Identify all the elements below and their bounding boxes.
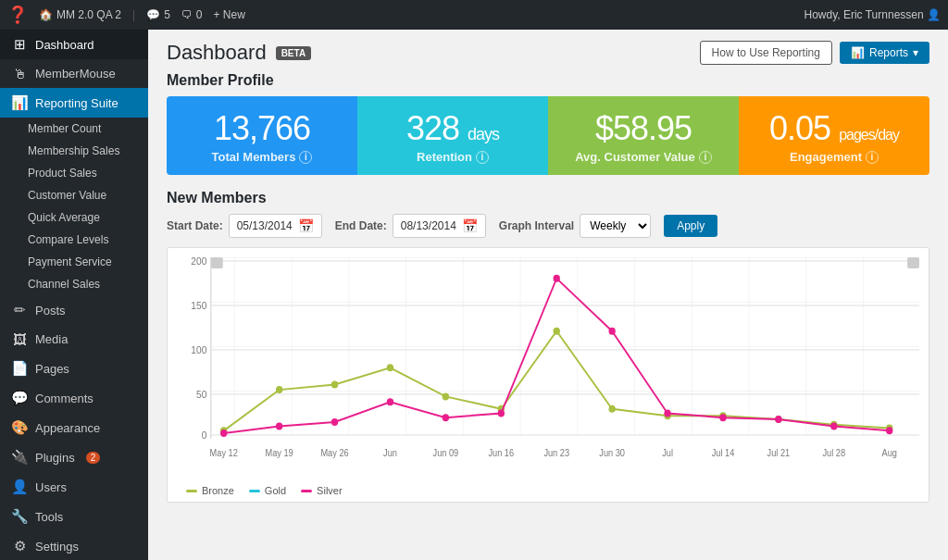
bronze-dot bbox=[387, 364, 393, 371]
sidebar-item-product-sales[interactable]: Product Sales bbox=[28, 162, 148, 184]
svg-text:0: 0 bbox=[202, 429, 207, 441]
reporting-submenu: Member Count Membership Sales Product Sa… bbox=[0, 118, 148, 295]
total-members-value: 13,766 bbox=[181, 109, 343, 148]
settings-icon: ⚙ bbox=[11, 538, 28, 554]
sidebar-item-quick-average[interactable]: Quick Average bbox=[28, 206, 148, 229]
sidebar-item-users[interactable]: 👤 Users bbox=[0, 472, 148, 502]
wp-logo-icon[interactable]: ❓ bbox=[7, 5, 28, 25]
sidebar-item-plugins[interactable]: 🔌 Plugins 2 bbox=[0, 442, 148, 472]
sidebar-item-customer-value[interactable]: Customer Value bbox=[28, 184, 148, 206]
end-date-calendar-icon[interactable]: 📅 bbox=[462, 218, 478, 233]
svg-text:Jun 23: Jun 23 bbox=[543, 448, 569, 458]
bronze-dot bbox=[331, 381, 338, 389]
start-date-input[interactable]: 05/13/2014 📅 bbox=[229, 214, 322, 238]
header-buttons: How to Use Reporting 📊 Reports ▾ bbox=[700, 41, 929, 65]
sidebar-item-tools[interactable]: 🔧 Tools bbox=[0, 502, 148, 531]
sidebar-item-pages[interactable]: 📄 Pages bbox=[0, 354, 148, 383]
graph-interval-label: Graph Interval bbox=[499, 219, 574, 232]
sidebar-item-membership-sales[interactable]: Membership Sales bbox=[28, 140, 148, 162]
apply-button[interactable]: Apply bbox=[664, 215, 717, 237]
silver-dot bbox=[554, 275, 560, 282]
svg-text:May 26: May 26 bbox=[320, 448, 348, 458]
site-name[interactable]: 🏠 MM 2.0 QA 2 bbox=[39, 8, 121, 21]
avg-customer-value-value: $58.95 bbox=[563, 109, 724, 148]
graph-interval-group: Graph Interval Weekly Daily Monthly bbox=[499, 214, 651, 238]
svg-text:Jun 09: Jun 09 bbox=[433, 448, 459, 458]
reports-icon: 📊 bbox=[851, 46, 865, 59]
engagement-info-icon[interactable]: i bbox=[866, 151, 879, 164]
svg-text:Jul: Jul bbox=[662, 448, 673, 458]
svg-text:May 12: May 12 bbox=[210, 448, 238, 458]
page-title: Dashboard bbox=[167, 41, 267, 65]
member-profile-title: Member Profile bbox=[148, 72, 948, 96]
appearance-icon: 🎨 bbox=[11, 419, 28, 436]
sidebar-item-membermouse[interactable]: 🖱 MemberMouse bbox=[0, 59, 148, 88]
retention-label: Retention i bbox=[372, 150, 533, 164]
expand-icon-left[interactable] bbox=[211, 257, 223, 268]
new-content-button[interactable]: + New bbox=[214, 8, 245, 21]
comments-count[interactable]: 💬 5 bbox=[146, 8, 170, 21]
dashboard-icon: ⊞ bbox=[11, 36, 28, 53]
main-content: Dashboard BETA How to Use Reporting 📊 Re… bbox=[148, 30, 948, 560]
chart-wrapper: 200 150 100 50 0 May 12 May 19 bbox=[167, 247, 929, 503]
silver-dot bbox=[331, 418, 338, 426]
sidebar-item-channel-sales[interactable]: Channel Sales bbox=[28, 273, 148, 295]
new-members-chart: 200 150 100 50 0 May 12 May 19 bbox=[177, 257, 919, 479]
silver-dot bbox=[387, 398, 393, 405]
expand-icon-right[interactable] bbox=[907, 257, 919, 268]
end-date-group: End Date: 08/13/2014 📅 bbox=[335, 214, 486, 238]
gold-legend-dot bbox=[249, 490, 260, 492]
silver-dot bbox=[608, 328, 615, 335]
metric-card-total-members: 13,766 Total Members i bbox=[167, 96, 357, 175]
sidebar-item-dashboard[interactable]: ⊞ Dashboard bbox=[0, 30, 148, 59]
total-members-label: Total Members i bbox=[181, 150, 343, 164]
new-members-title: New Members bbox=[148, 190, 948, 214]
start-date-calendar-icon[interactable]: 📅 bbox=[298, 218, 314, 233]
sidebar-item-compare-levels[interactable]: Compare Levels bbox=[28, 229, 148, 251]
posts-icon: ✏ bbox=[11, 302, 28, 318]
reporting-icon: 📊 bbox=[11, 94, 28, 111]
users-icon: 👤 bbox=[11, 479, 28, 495]
pages-icon: 📄 bbox=[11, 360, 28, 377]
comment-bubble[interactable]: 🗨 0 bbox=[181, 8, 203, 21]
sidebar-item-payment-service[interactable]: Payment Service bbox=[28, 251, 148, 273]
svg-text:Jul 14: Jul 14 bbox=[712, 448, 735, 458]
sidebar-item-media[interactable]: 🖼 Media bbox=[0, 325, 148, 354]
media-icon: 🖼 bbox=[11, 331, 28, 347]
svg-text:Jun: Jun bbox=[383, 448, 397, 458]
reports-button[interactable]: 📊 Reports ▾ bbox=[840, 42, 929, 64]
sidebar-item-reporting-suite[interactable]: 📊 Reporting Suite bbox=[0, 88, 148, 118]
metric-card-retention: 328 days Retention i bbox=[357, 96, 548, 175]
retention-info-icon[interactable]: i bbox=[476, 151, 489, 164]
legend-item-gold: Gold bbox=[249, 485, 286, 496]
content-header: Dashboard BETA How to Use Reporting 📊 Re… bbox=[148, 30, 948, 72]
membermouse-icon: 🖱 bbox=[11, 66, 28, 81]
engagement-value: 0.05 pages/day bbox=[754, 109, 915, 148]
bronze-dot bbox=[443, 392, 449, 400]
sidebar-item-posts[interactable]: ✏ Posts bbox=[0, 295, 148, 325]
silver-dot bbox=[276, 423, 282, 430]
svg-text:Jul 21: Jul 21 bbox=[767, 448, 791, 458]
start-date-group: Start Date: 05/13/2014 📅 bbox=[167, 214, 322, 238]
bronze-dot bbox=[554, 328, 560, 335]
silver-legend-dot bbox=[301, 490, 312, 492]
plugins-icon: 🔌 bbox=[11, 449, 28, 466]
sidebar-item-comments[interactable]: 💬 Comments bbox=[0, 383, 148, 413]
retention-value: 328 days bbox=[372, 109, 533, 148]
svg-text:200: 200 bbox=[191, 257, 206, 267]
silver-dot bbox=[664, 410, 670, 417]
how-to-use-button[interactable]: How to Use Reporting bbox=[700, 41, 832, 65]
graph-interval-select[interactable]: Weekly Daily Monthly bbox=[580, 214, 651, 238]
sidebar-item-settings[interactable]: ⚙ Settings bbox=[0, 531, 148, 560]
tools-icon: 🔧 bbox=[11, 508, 28, 525]
end-date-input[interactable]: 08/13/2014 📅 bbox=[393, 214, 486, 238]
silver-dot bbox=[719, 414, 726, 421]
svg-text:Jun 30: Jun 30 bbox=[599, 448, 625, 458]
svg-text:Aug: Aug bbox=[882, 448, 897, 458]
total-members-info-icon[interactable]: i bbox=[299, 151, 312, 164]
engagement-label: Engagement i bbox=[754, 150, 915, 164]
sidebar-item-appearance[interactable]: 🎨 Appearance bbox=[0, 413, 148, 442]
sidebar-item-member-count[interactable]: Member Count bbox=[28, 118, 148, 140]
avg-customer-value-info-icon[interactable]: i bbox=[699, 151, 712, 164]
silver-dot bbox=[886, 427, 892, 434]
